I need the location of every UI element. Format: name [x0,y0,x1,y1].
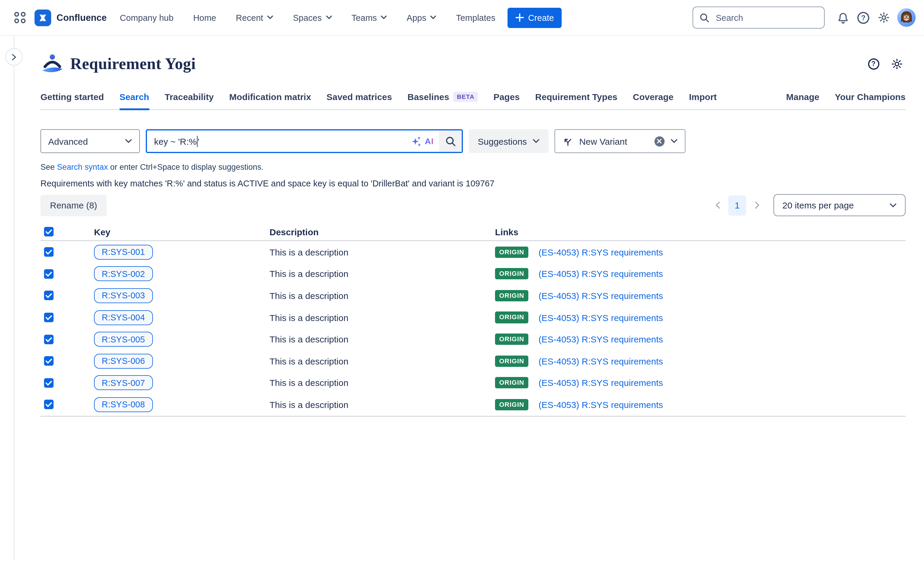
table-row: R:SYS-008 This is a description ORIGIN(E… [40,394,906,415]
requirement-description: This is a description [270,312,495,322]
requirement-key-pill[interactable]: R:SYS-001 [94,245,153,260]
notifications-bell-icon[interactable] [833,8,853,28]
requirement-key-pill[interactable]: R:SYS-003 [94,288,153,303]
origin-badge: ORIGIN [495,377,528,389]
requirement-key-pill[interactable]: R:SYS-004 [94,310,153,325]
next-page-icon[interactable] [750,196,764,214]
avatar[interactable] [897,8,916,27]
tab-coverage[interactable]: Coverage [633,92,674,109]
panel-help-icon[interactable]: ? [864,55,882,73]
global-search-box[interactable] [693,6,825,29]
nav-recent[interactable]: Recent [236,13,273,23]
global-nav: Company hub Home Recent Spaces Teams App… [120,13,495,23]
tab-modification-matrix[interactable]: Modification matrix [230,92,311,109]
product-name: Confluence [57,12,107,23]
search-icon [699,12,710,23]
requirement-link[interactable]: (ES-4053) R:SYS requirements [538,378,663,388]
nav-apps[interactable]: Apps [406,13,436,23]
confluence-logo[interactable] [34,9,51,26]
chevron-down-icon [267,15,273,20]
tab-saved-matrices[interactable]: Saved matrices [327,92,392,109]
results-table: Key Description Links R:SYS-001 This is … [40,223,906,417]
row-checkbox[interactable] [44,356,54,366]
requirement-description: This is a description [270,378,495,388]
requirement-key-pill[interactable]: R:SYS-005 [94,332,153,347]
nav-spaces[interactable]: Spaces [293,13,332,23]
table-row: R:SYS-002 This is a description ORIGIN(E… [40,263,906,285]
column-header-key: Key [94,227,270,237]
chevron-down-icon [125,139,132,143]
requirement-link[interactable]: (ES-4053) R:SYS requirements [538,334,663,344]
requirement-link[interactable]: (ES-4053) R:SYS requirements [538,269,663,279]
origin-badge: ORIGIN [495,312,528,323]
requirement-link[interactable]: (ES-4053) R:SYS requirements [538,247,663,257]
row-checkbox[interactable] [44,378,54,388]
tab-your-champions[interactable]: Your Champions [835,92,906,109]
requirement-link[interactable]: (ES-4053) R:SYS requirements [538,356,663,366]
panel-tabs: Getting started Search Traceability Modi… [40,92,906,110]
nav-company-hub[interactable]: Company hub [120,13,174,23]
requirement-description: This is a description [270,400,495,410]
table-body: R:SYS-001 This is a description ORIGIN(E… [40,241,906,417]
requirement-key-pill[interactable]: R:SYS-002 [94,266,153,281]
gear-icon[interactable] [873,8,894,28]
requirement-description: This is a description [270,269,495,279]
content-left-divider [14,36,14,560]
requirement-link[interactable]: (ES-4053) R:SYS requirements [538,312,663,322]
query-description: Requirements with key matches 'R:%' and … [40,179,906,188]
row-checkbox[interactable] [44,247,54,257]
chevron-down-icon [381,15,387,20]
nav-teams[interactable]: Teams [351,13,387,23]
global-top-bar: Confluence Company hub Home Recent Space… [0,0,924,36]
nav-home[interactable]: Home [193,13,216,23]
query-input[interactable]: key ~ 'R:%' AI [146,129,463,153]
tab-traceability[interactable]: Traceability [165,92,214,109]
beta-badge: BETA [453,92,478,102]
tab-getting-started[interactable]: Getting started [40,92,104,109]
select-all-checkbox[interactable] [44,227,54,236]
origin-badge: ORIGIN [495,268,528,280]
plus-icon [515,13,524,22]
tab-requirement-types[interactable]: Requirement Types [535,92,617,109]
variant-select[interactable]: New Variant [554,129,685,153]
page: Confluence Company hub Home Recent Space… [0,0,924,564]
current-page[interactable]: 1 [728,195,746,215]
create-button[interactable]: Create [507,8,562,28]
run-search-button[interactable] [439,131,462,152]
tab-pages[interactable]: Pages [494,92,520,109]
prev-page-icon[interactable] [711,196,724,214]
row-checkbox[interactable] [44,313,54,322]
search-syntax-link[interactable]: Search syntax [57,162,108,171]
requirement-yogi-panel: Requirement Yogi ? Getting started Searc… [40,50,906,417]
requirement-key-pill[interactable]: R:SYS-007 [94,376,153,390]
app-switcher-icon[interactable] [9,8,30,28]
requirement-link[interactable]: (ES-4053) R:SYS requirements [538,291,663,301]
search-controls: Advanced key ~ 'R:%' [40,129,906,153]
rename-button[interactable]: Rename (8) [40,194,106,216]
requirement-link[interactable]: (ES-4053) R:SYS requirements [538,400,663,410]
nav-templates[interactable]: Templates [456,13,495,23]
global-search-input[interactable] [715,12,818,23]
tab-manage[interactable]: Manage [786,92,819,109]
items-per-page-select[interactable]: 20 items per page [774,194,906,216]
panel-gear-icon[interactable] [888,55,906,73]
row-checkbox[interactable] [44,400,54,409]
suggestions-button[interactable]: Suggestions [469,129,548,153]
requirement-key-pill[interactable]: R:SYS-006 [94,354,153,368]
help-icon[interactable]: ? [853,8,873,28]
clear-variant-icon[interactable] [654,136,664,146]
ai-group[interactable]: AI [411,135,434,147]
row-checkbox[interactable] [44,269,54,279]
row-checkbox[interactable] [44,291,54,301]
search-icon [445,135,456,147]
origin-badge: ORIGIN [495,355,528,367]
expand-sidebar-button[interactable] [5,48,22,66]
tab-import[interactable]: Import [689,92,717,109]
row-checkbox[interactable] [44,334,54,344]
tab-search[interactable]: Search [119,92,149,110]
requirement-key-pill[interactable]: R:SYS-008 [94,397,153,412]
search-mode-select[interactable]: Advanced [40,129,140,153]
page-title: Requirement Yogi [70,54,196,73]
tab-baselines[interactable]: Baselines BETA [408,92,478,109]
table-header: Key Description Links [40,223,906,241]
